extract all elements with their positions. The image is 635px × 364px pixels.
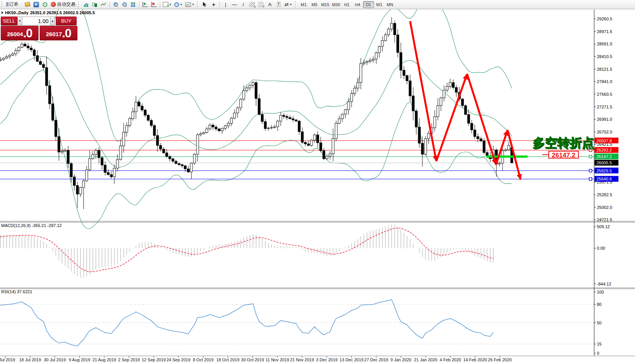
chart-ohlc-values: 26351.0 26391.5 26002.5 26005.5 [30,10,95,15]
crosshair-icon: + [212,2,215,8]
trendline-button[interactable]: / [239,1,248,8]
toolbar-separator [78,1,80,8]
buy-price-display[interactable]: 26017.0 [40,26,77,40]
order-history-button[interactable] [23,1,32,8]
text-icon: A [268,2,271,7]
new-chart-button[interactable]: ▼ [162,1,173,8]
svg-text:28691.0: 28691.0 [597,42,612,46]
zoom-out-icon: − [122,2,127,7]
chart-window-icon [2,12,3,14]
svg-text:28410.5: 28410.5 [597,54,612,59]
rsi-value: 37.6221 [17,289,32,294]
signal-button[interactable] [41,1,49,8]
bar-chart-mode-button[interactable] [82,1,90,8]
timeframe-m30[interactable]: M30 [331,1,342,8]
toolbar-separator [197,1,199,8]
community-button[interactable] [32,1,40,8]
svg-text:25002.0: 25002.0 [597,205,612,210]
buy-button[interactable]: BUY [56,17,77,25]
equidistant-channel-button[interactable] [248,1,256,8]
chart-symbol-period: HK50-,Daily [5,10,28,15]
chart-title: HK50-,Daily 26351.0 26391.5 26002.5 2600… [2,10,95,15]
rsi-panel [0,300,594,346]
svg-text:9 Aug 2019: 9 Aug 2019 [69,357,90,362]
timeframe-m5[interactable]: M5 [309,1,320,8]
shapes-button[interactable]: ⇄▼ [283,1,293,8]
tile-windows-button[interactable] [129,1,137,8]
timeframe-m1[interactable]: M1 [298,1,309,8]
svg-text:21 Nov 2019: 21 Nov 2019 [290,357,314,362]
auto-scroll-button[interactable] [141,1,149,8]
text-button[interactable]: A [266,1,274,8]
zoom-out-button[interactable]: − [120,1,129,8]
caret-up-icon: ▲ [51,19,54,23]
svg-text:9 Jan 2020: 9 Jan 2020 [390,357,411,362]
new-order-label: 新订单 [6,1,18,8]
svg-text:28121.5: 28121.5 [597,67,612,72]
zoom-in-icon: + [114,2,118,7]
toolbar-drag-handle[interactable] [2,1,3,8]
buy-price-main: 26017 [46,29,62,39]
volume-decrease-button[interactable]: ▼ [17,17,22,25]
timeframe-group: M1M5M15M30H1H4D1W1MN [298,1,395,8]
sell-price-main: 26004 [7,29,23,39]
sell-button[interactable]: SELL [1,17,17,25]
candlestick-icon [92,2,97,7]
macd-main-value: -355.21 [32,223,46,228]
zoom-in-button[interactable]: + [111,1,120,8]
svg-text:11 Nov 2019: 11 Nov 2019 [265,357,289,362]
profiles-button[interactable]: ▼ [173,1,184,8]
timeframe-h1[interactable]: H1 [342,1,352,8]
svg-text:27 Dec 2019: 27 Dec 2019 [364,357,388,362]
horizontal-line-button[interactable]: — [230,1,239,8]
rsi-title: RSI(14) [1,289,16,294]
volume-increase-button[interactable]: ▲ [50,17,55,25]
cursor-button[interactable] [201,1,209,8]
volume-input[interactable] [22,17,50,25]
rsi-line [0,300,493,346]
text-label-button[interactable]: T [275,1,283,8]
cursor-icon [203,2,207,7]
crosshair-button[interactable]: + [209,1,218,8]
bar-chart-icon [84,2,88,7]
timeframe-d1[interactable]: D1 [363,1,374,8]
timeframe-mn[interactable]: MN [385,1,395,8]
shapes-icon: ⇄ [285,2,289,7]
auto-trading-icon [51,2,56,7]
auto-trading-button[interactable]: 自动交易 [50,1,77,8]
svg-text:27841.0: 27841.0 [597,79,612,84]
new-order-button[interactable]: 新订单 [5,1,23,8]
sell-price-display[interactable]: 26004.0 [1,26,39,40]
indicators-button[interactable]: ▼ [184,1,196,8]
indicators-icon [185,2,191,7]
level-price-annotation[interactable]: 26147.2 [548,151,579,159]
chart-canvas[interactable]: 29260.528971.528691.028410.528121.527841… [0,0,635,364]
trendline-icon: / [243,2,244,7]
svg-text:26293.2: 26293.2 [596,148,612,152]
svg-text:21 Aug 2019: 21 Aug 2019 [92,357,116,362]
toolbar-separator [295,1,297,8]
line-chart-mode-button[interactable] [99,1,108,8]
svg-text:18 Jul 2019: 18 Jul 2019 [19,357,41,362]
chart-shift-button[interactable] [150,1,158,8]
turning-point-annotation[interactable]: 多空转折点 [533,135,594,152]
svg-text:25640.6: 25640.6 [596,177,612,181]
sell-price-frac: .0 [23,27,32,39]
svg-text:2 Sep 2019: 2 Sep 2019 [118,357,140,362]
tile-windows-icon [131,2,136,7]
price-axis: 29260.528971.528691.028410.528121.527841… [0,10,635,356]
fibonacci-button[interactable] [257,1,265,8]
toolbar-separator [219,1,220,8]
svg-text:26507.8: 26507.8 [596,139,612,143]
svg-text:8 Oct 2019: 8 Oct 2019 [193,357,214,362]
timeframe-m15[interactable]: M15 [320,1,331,8]
timeframe-w1[interactable]: W1 [374,1,385,8]
macd-signal-value: -287.12 [47,223,62,228]
fibonacci-icon [258,2,264,7]
svg-text:-844.12: -844.12 [597,282,611,286]
timeframe-h4[interactable]: H4 [352,1,363,8]
candlestick-mode-button[interactable] [90,1,99,8]
one-click-trading-panel: SELL ▼ ▲ BUY 26004.0 26017.0 [1,17,78,40]
vertical-line-button[interactable]: | [221,1,230,8]
toolbar-separator [109,1,110,8]
